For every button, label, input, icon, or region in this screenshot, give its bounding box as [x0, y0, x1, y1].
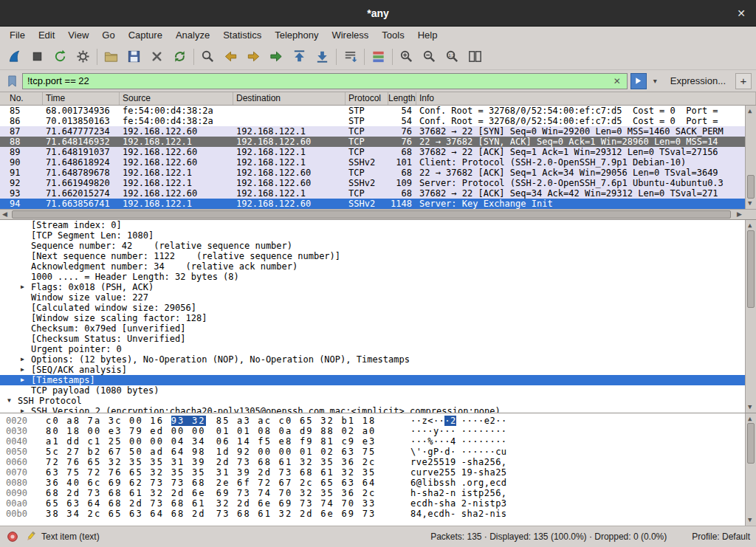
menu-go[interactable]: Go — [95, 27, 121, 43]
restart-capture-button[interactable] — [49, 47, 72, 67]
close-file-button[interactable] — [145, 47, 168, 67]
open-file-button[interactable] — [100, 47, 123, 67]
column-header-destination[interactable]: Destination — [233, 92, 346, 105]
detail-scrollbar[interactable]: ▲ ▼ — [745, 220, 756, 413]
packet-row-87[interactable]: 8771.647777234192.168.122.60192.168.122.… — [0, 126, 756, 137]
collapsed-icon[interactable]: ▶ — [19, 282, 31, 292]
scroll-up-icon[interactable]: ▲ — [748, 221, 752, 230]
packet-row-89[interactable]: 8971.648191037192.168.122.60192.168.122.… — [0, 147, 756, 157]
go-back-button[interactable] — [219, 47, 242, 67]
filter-bookmark-button[interactable] — [4, 73, 19, 89]
collapsed-icon[interactable]: ▶ — [19, 365, 31, 375]
detail-row[interactable]: [Checksum Status: Unverified] — [0, 334, 756, 344]
packet-row-92[interactable]: 9271.661949820192.168.122.1192.168.122.6… — [0, 178, 756, 188]
expert-info-icon[interactable] — [6, 531, 18, 543]
apply-filter-button[interactable] — [630, 73, 647, 89]
column-header-length[interactable]: Length — [388, 92, 416, 105]
save-file-button[interactable] — [123, 47, 145, 67]
expression-button[interactable]: Expression... — [664, 75, 732, 86]
start-capture-button[interactable] — [3, 47, 26, 67]
menu-help[interactable]: Help — [411, 27, 444, 43]
menu-view[interactable]: View — [61, 27, 95, 43]
column-header-info[interactable]: Info — [416, 92, 756, 105]
detail-row[interactable]: Checksum: 0x79ed [unverified] — [0, 323, 756, 334]
collapsed-icon[interactable]: ▶ — [19, 406, 31, 413]
scroll-left-icon[interactable]: ◀ — [2, 210, 7, 219]
detail-row[interactable]: ▶[SEQ/ACK analysis] — [0, 365, 756, 375]
menu-wireless[interactable]: Wireless — [325, 27, 375, 43]
detail-row[interactable]: [Window size scaling factor: 128] — [0, 313, 756, 323]
menu-file[interactable]: File — [3, 27, 32, 43]
column-header-protocol[interactable]: Protocol — [346, 92, 388, 105]
filter-history-dropdown[interactable]: ▾ — [650, 73, 661, 89]
hscrollbar-thumb[interactable] — [12, 210, 731, 219]
auto-scroll-button[interactable] — [339, 47, 362, 67]
packet-row-88[interactable]: 8871.648146932192.168.122.1192.168.122.6… — [0, 137, 756, 147]
go-first-button[interactable] — [288, 47, 311, 67]
column-header-source[interactable]: Source — [120, 92, 233, 105]
hex-row-0090[interactable]: 009068 2d 73 68 61 32 2d 6e69 73 74 70 3… — [0, 488, 756, 498]
go-to-packet-button[interactable] — [265, 47, 288, 67]
scrollbar-thumb[interactable] — [747, 230, 755, 308]
colorize-button[interactable] — [367, 47, 390, 67]
resize-columns-button[interactable] — [464, 47, 487, 67]
reload-file-button[interactable] — [168, 47, 191, 67]
zoom-in-button[interactable] — [395, 47, 418, 67]
detail-row[interactable]: ▼SSH Protocol — [0, 396, 756, 406]
column-header-time[interactable]: Time — [43, 92, 120, 105]
detail-row[interactable]: Sequence number: 42 (relative sequence n… — [0, 241, 756, 251]
detail-row[interactable]: Acknowledgment number: 34 (relative ack … — [0, 261, 756, 272]
capture-options-button[interactable] — [72, 47, 94, 67]
hex-row-0060[interactable]: 006072 76 65 32 35 35 31 392d 73 68 61 3… — [0, 457, 756, 467]
detail-row[interactable]: 1000 .... = Header Length: 32 bytes (8) — [0, 272, 756, 282]
detail-row[interactable]: TCP payload (1080 bytes) — [0, 385, 756, 396]
hex-row-0040[interactable]: 0040a1 dd c1 25 00 00 04 3406 14 f5 e8 f… — [0, 436, 756, 447]
hex-row-0050[interactable]: 00505c 27 b2 67 50 ad 64 981d 92 00 00 0… — [0, 447, 756, 457]
scrollbar-thumb[interactable] — [747, 175, 755, 199]
hex-row-0080[interactable]: 008036 40 6c 69 62 73 73 682e 6f 72 67 2… — [0, 478, 756, 488]
packet-row-85[interactable]: 8568.001734936fe:54:00:d4:38:2aSTP54Conf… — [0, 106, 756, 116]
detail-row[interactable]: Urgent pointer: 0 — [0, 344, 756, 354]
packet-list-hscrollbar[interactable]: ◀ ▶ — [0, 209, 756, 220]
packet-row-91[interactable]: 9171.648789678192.168.122.1192.168.122.6… — [0, 168, 756, 178]
detail-row[interactable]: [Stream index: 0] — [0, 220, 756, 230]
scroll-up-icon[interactable]: ▲ — [748, 106, 752, 116]
menu-tools[interactable]: Tools — [375, 27, 410, 43]
detail-row[interactable]: ▶Flags: 0x018 (PSH, ACK) — [0, 282, 756, 292]
display-filter-input[interactable]: !tcp.port == 22 ✕ — [22, 73, 628, 89]
scroll-right-icon[interactable]: ▶ — [737, 210, 742, 219]
hex-row-00a0[interactable]: 00a065 63 64 68 2d 73 68 6132 2d 6e 69 7… — [0, 498, 756, 509]
column-header-no[interactable]: No. — [0, 92, 43, 105]
detail-row[interactable]: [Calculated window size: 29056] — [0, 303, 756, 313]
detail-row[interactable]: Window size value: 227 — [0, 292, 756, 303]
menu-capture[interactable]: Capture — [122, 27, 169, 43]
scroll-down-icon[interactable]: ▼ — [748, 515, 752, 525]
detail-row[interactable]: ▶Options: (12 bytes), No-Operation (NOP)… — [0, 354, 756, 365]
zoom-original-button[interactable]: 1:1 — [441, 47, 464, 67]
detail-row[interactable]: [Next sequence number: 1122 (relative se… — [0, 251, 756, 261]
packet-row-90[interactable]: 9071.648618924192.168.122.60192.168.122.… — [0, 157, 756, 168]
close-button[interactable]: ✕ — [734, 6, 749, 21]
detail-row[interactable]: ▶SSH Version 2 (encryption:chacha20-poly… — [0, 406, 756, 413]
menu-telephony[interactable]: Telephony — [268, 27, 325, 43]
scrollbar-thumb[interactable] — [747, 423, 755, 464]
zoom-out-button[interactable] — [418, 47, 441, 67]
hex-row-0070[interactable]: 007063 75 72 76 65 32 35 3531 39 2d 73 6… — [0, 467, 756, 478]
expanded-icon[interactable]: ▼ — [6, 396, 18, 406]
packet-row-94[interactable]: 9471.663856741192.168.122.1192.168.122.6… — [0, 199, 756, 209]
collapsed-icon[interactable]: ▶ — [19, 354, 31, 365]
bytes-scrollbar[interactable]: ▲ ▼ — [745, 413, 756, 526]
stop-capture-button[interactable] — [26, 47, 49, 67]
add-filter-button[interactable]: + — [735, 73, 752, 89]
hex-row-0030[interactable]: 003080 18 00 e3 79 ed 00 0001 01 08 0a d… — [0, 426, 756, 436]
capture-comment-icon[interactable] — [24, 531, 36, 543]
scroll-down-icon[interactable]: ▼ — [748, 199, 752, 208]
scroll-down-icon[interactable]: ▼ — [748, 402, 752, 412]
packet-row-86[interactable]: 8670.013850163fe:54:00:d4:38:2aSTP54Conf… — [0, 116, 756, 126]
menu-edit[interactable]: Edit — [32, 27, 61, 43]
detail-row[interactable]: [TCP Segment Len: 1080] — [0, 230, 756, 241]
menu-statistics[interactable]: Statistics — [216, 27, 268, 43]
detail-row[interactable]: ▶[Timestamps] — [0, 375, 756, 385]
hex-row-0020[interactable]: 0020c0 a8 7a 3c 00 16 93 3285 a3 ac c0 6… — [0, 416, 756, 426]
menu-analyze[interactable]: Analyze — [169, 27, 216, 43]
